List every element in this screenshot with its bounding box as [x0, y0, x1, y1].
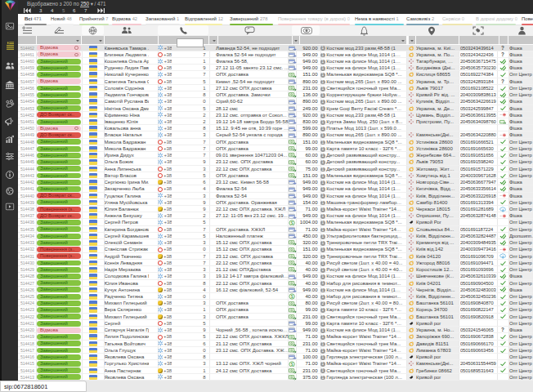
svg-text:$: $ [291, 220, 293, 225]
svg-text:$: $ [291, 361, 293, 366]
svg-text:$: $ [291, 294, 293, 299]
